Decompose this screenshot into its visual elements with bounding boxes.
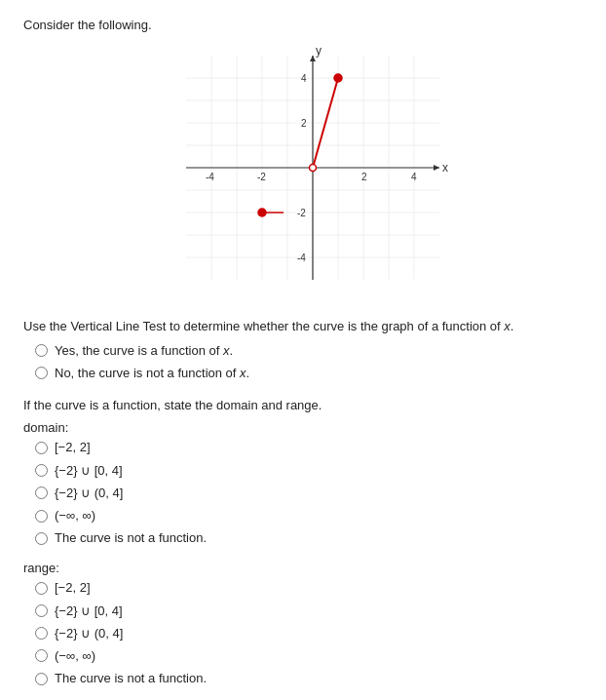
y-tick--4: -4 [297, 253, 306, 263]
range-option-1[interactable]: [−2, 2] [35, 579, 583, 597]
domain-label-4: (−∞, ∞) [55, 507, 95, 525]
vlt-option-yes[interactable]: Yes, the curve is a function of x. [35, 342, 583, 360]
range-radio-5[interactable] [35, 673, 48, 685]
domain-option-2[interactable]: {−2} ∪ [0, 4] [35, 462, 583, 480]
range-radio-3[interactable] [35, 627, 48, 640]
graph-container: x y -4 -2 2 4 4 2 -2 -4 [23, 46, 583, 299]
range-label-4: (−∞, ∞) [55, 647, 95, 665]
domain-option-4[interactable]: (−∞, ∞) [35, 507, 583, 525]
range-radio-1[interactable] [35, 582, 48, 595]
range-option-3[interactable]: {−2} ∪ (0, 4] [35, 625, 583, 642]
range-label-5: The curve is not a function. [55, 670, 207, 687]
y-axis-label: y [316, 46, 322, 58]
svg-marker-20 [434, 165, 439, 171]
x-tick--2: -2 [257, 172, 266, 182]
domain-label-5: The curve is not a function. [55, 529, 207, 547]
y-tick--2: -2 [297, 208, 306, 218]
range-label-2: {−2} ∪ [0, 4] [55, 603, 123, 620]
x-tick-4: 4 [411, 172, 417, 182]
range-radio-4[interactable] [35, 649, 48, 662]
domain-option-5[interactable]: The curve is not a function. [35, 529, 583, 547]
domain-radio-5[interactable] [35, 532, 48, 545]
range-option-4[interactable]: (−∞, ∞) [35, 647, 583, 665]
x-tick-2: 2 [361, 172, 367, 182]
domain-radio-2[interactable] [35, 464, 48, 477]
domain-radio-4[interactable] [35, 510, 48, 523]
domain-radio-1[interactable] [35, 442, 48, 454]
range-section: range: [−2, 2] {−2} ∪ [0, 4] {−2} ∪ (0, … [23, 561, 583, 687]
vlt-options: Yes, the curve is a function of x. No, t… [35, 342, 583, 382]
vlt-option-no[interactable]: No, the curve is not a function of x. [35, 365, 583, 382]
domain-options: [−2, 2] {−2} ∪ [0, 4] {−2} ∪ (0, 4] (−∞,… [35, 439, 583, 547]
range-option-2[interactable]: {−2} ∪ [0, 4] [35, 603, 583, 620]
domain-label-2: {−2} ∪ [0, 4] [55, 462, 123, 480]
x-tick--4: -4 [206, 172, 214, 182]
endpoint-dot [334, 74, 342, 82]
range-radio-2[interactable] [35, 604, 48, 617]
open-circle-origin [310, 165, 317, 172]
range-options: [−2, 2] {−2} ∪ [0, 4] {−2} ∪ (0, 4] (−∞,… [35, 579, 583, 687]
vlt-section: Use the Vertical Line Test to determine … [23, 317, 583, 382]
graph-svg: x y -4 -2 2 4 4 2 -2 -4 [157, 46, 449, 299]
domain-section: If the curve is a function, state the do… [23, 396, 583, 547]
domain-radio-3[interactable] [35, 486, 48, 499]
range-label-1: [−2, 2] [55, 579, 91, 597]
domain-label-3: {−2} ∪ (0, 4] [55, 485, 123, 502]
vlt-radio-yes[interactable] [35, 344, 48, 357]
domain-label-1: [−2, 2] [55, 439, 91, 456]
vlt-label-no: No, the curve is not a function of x. [55, 365, 249, 382]
vlt-radio-no[interactable] [35, 367, 48, 379]
range-label: range: [23, 561, 583, 575]
domain-preamble: If the curve is a function, state the do… [23, 396, 583, 415]
domain-option-1[interactable]: [−2, 2] [35, 439, 583, 456]
vlt-question: Use the Vertical Line Test to determine … [23, 317, 583, 336]
y-tick-2: 2 [301, 118, 307, 129]
isolated-point [258, 209, 266, 216]
y-tick-4: 4 [301, 73, 307, 84]
intro-text: Consider the following. [23, 18, 583, 32]
domain-option-3[interactable]: {−2} ∪ (0, 4] [35, 485, 583, 502]
vlt-label-yes: Yes, the curve is a function of x. [55, 342, 233, 360]
range-option-5[interactable]: The curve is not a function. [35, 670, 583, 687]
domain-label: domain: [23, 420, 583, 435]
x-axis-label: x [442, 161, 448, 175]
range-label-3: {−2} ∪ (0, 4] [55, 625, 123, 642]
